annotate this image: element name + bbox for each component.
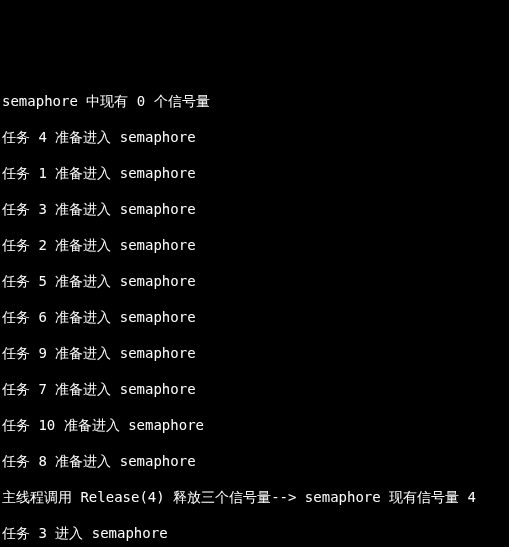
- output-line: 任务 4 准备进入 semaphore: [2, 128, 509, 146]
- output-line: 任务 10 准备进入 semaphore: [2, 416, 509, 434]
- output-line: 任务 6 准备进入 semaphore: [2, 308, 509, 326]
- output-line: 任务 3 进入 semaphore: [2, 524, 509, 542]
- output-line: 任务 8 准备进入 semaphore: [2, 452, 509, 470]
- output-line: 任务 9 准备进入 semaphore: [2, 344, 509, 362]
- output-line: 任务 2 准备进入 semaphore: [2, 236, 509, 254]
- terminal-output: semaphore 中现有 0 个信号量 任务 4 准备进入 semaphore…: [0, 72, 509, 547]
- output-line: 任务 5 准备进入 semaphore: [2, 272, 509, 290]
- output-line: 任务 3 准备进入 semaphore: [2, 200, 509, 218]
- output-line: 任务 1 准备进入 semaphore: [2, 164, 509, 182]
- output-line: semaphore 中现有 0 个信号量: [2, 92, 509, 110]
- output-line: 主线程调用 Release(4) 释放三个信号量--> semaphore 现有…: [2, 488, 509, 506]
- output-line: 任务 7 准备进入 semaphore: [2, 380, 509, 398]
